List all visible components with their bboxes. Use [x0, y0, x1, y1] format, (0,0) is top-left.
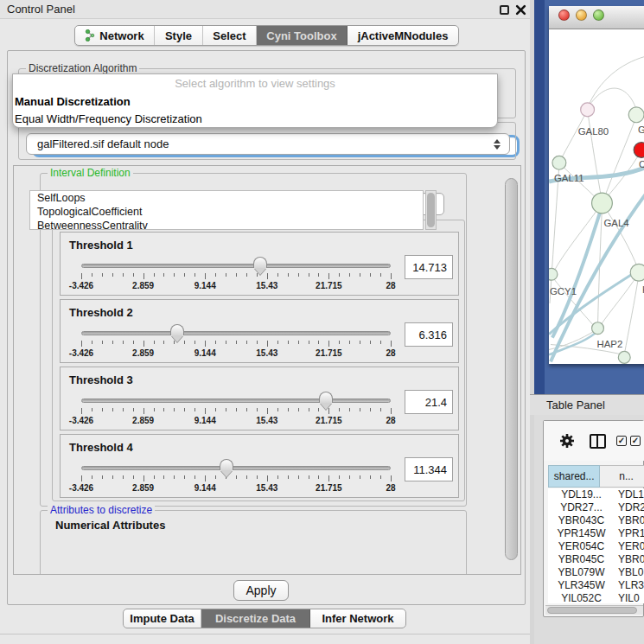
desktop-background: GAL80GACGAL11GAL4GCY1HHAP2: [534, 0, 644, 394]
slider-thumb[interactable]: [220, 459, 233, 477]
slider-track[interactable]: [81, 466, 391, 470]
threshold-value-field[interactable]: 21.4: [405, 390, 453, 414]
threshold-value-field[interactable]: 11.344: [405, 457, 453, 481]
tab-discretize-data[interactable]: Discretize Data: [201, 609, 310, 628]
slider-thumb[interactable]: [319, 392, 333, 410]
node-label: GAL11: [554, 173, 584, 183]
tab-label: jActiveMNodules: [358, 29, 449, 42]
gear-icon[interactable]: [559, 433, 575, 449]
threshold-slider[interactable]: -3.4262.8599.14415.4321.71528: [81, 393, 391, 428]
table-data-combobox[interactable]: galFiltered.sif default node: [26, 133, 510, 155]
table-row[interactable]: YDL19...YDL1: [548, 488, 644, 501]
slider-thumb[interactable]: [253, 257, 267, 275]
network-node[interactable]: [628, 107, 644, 123]
combo-arrows-icon: [494, 139, 501, 150]
network-node[interactable]: [581, 103, 595, 117]
table-row[interactable]: YIL052CYIL0: [548, 592, 644, 603]
table-row[interactable]: YPR145WYPR1: [548, 527, 644, 540]
table-row[interactable]: YBR043CYBR0: [548, 514, 644, 527]
threshold-value-field[interactable]: 6.316: [405, 322, 453, 347]
slider-tick-label: 9.144: [194, 416, 216, 425]
checkbox-icon[interactable]: ✓: [630, 436, 641, 446]
table-row[interactable]: YER054CYER0: [548, 540, 644, 553]
table-toolbar: ✓ ✓: [544, 421, 644, 461]
slider-tick-label: 15.43: [256, 348, 277, 358]
network-canvas[interactable]: GAL80GACGAL11GAL4GCY1HHAP2: [549, 29, 644, 364]
table-row[interactable]: YBR045CYBR0: [548, 553, 644, 566]
slider-tick-label: 9.144: [194, 281, 216, 290]
table-panel: ✓ ✓ shared... n... YDL19...YDL1YDR27...Y…: [543, 420, 644, 617]
network-node[interactable]: [634, 143, 644, 158]
tab-impute-data[interactable]: Impute Data: [124, 609, 201, 628]
table-hscrollbar[interactable]: [545, 605, 643, 615]
tab-infer-network[interactable]: Infer Network: [310, 609, 405, 628]
attributes-list-scrollbar[interactable]: [425, 190, 437, 230]
dropdown-hint: Select algorithm to view settings: [13, 77, 497, 90]
apply-button[interactable]: Apply: [233, 580, 289, 601]
slider-thumb[interactable]: [170, 324, 184, 342]
network-node[interactable]: [592, 322, 604, 335]
close-traffic-light[interactable]: [558, 10, 570, 21]
slider-track[interactable]: [81, 399, 391, 403]
network-view-window: GAL80GACGAL11GAL4GCY1HHAP2: [549, 6, 644, 364]
slider-track[interactable]: [81, 264, 391, 268]
slider-tick-label: 28: [386, 416, 395, 425]
column-header-shared-name[interactable]: shared...: [548, 465, 600, 488]
list-item[interactable]: SelfLoops: [30, 191, 423, 205]
table-row[interactable]: YDR27...YDR2: [548, 501, 644, 514]
numerical-attributes-label: Numerical Attributes: [55, 519, 165, 532]
float-window-icon[interactable]: [500, 5, 509, 15]
threshold-label: Threshold 4: [69, 441, 133, 454]
table-row[interactable]: YBL079WYBL0: [548, 566, 644, 579]
slider-tick-label: 9.144: [194, 483, 216, 493]
zoom-traffic-light[interactable]: [593, 10, 604, 21]
dropdown-item-manual-discretization[interactable]: Manual Discretization: [15, 93, 495, 111]
slider-tick-label: 15.43: [256, 483, 277, 493]
settings-scrollbar-thumb[interactable]: [505, 178, 518, 560]
tab-style[interactable]: Style: [155, 26, 203, 45]
slider-tick-label: -3.426: [69, 348, 93, 358]
tab-select[interactable]: Select: [203, 26, 257, 45]
slider-tick-label: 28: [386, 348, 395, 358]
bottom-tab-bar: Impute Data Discretize Data Infer Networ…: [123, 609, 406, 628]
close-icon[interactable]: [515, 4, 526, 16]
network-node[interactable]: [549, 268, 558, 280]
slider-tick-label: 21.715: [316, 281, 342, 290]
network-node[interactable]: [630, 264, 644, 281]
column-header-name[interactable]: n...: [600, 465, 644, 488]
tab-label: Select: [213, 29, 245, 42]
network-node[interactable]: [618, 351, 630, 363]
slider-tick-label: 21.715: [316, 483, 342, 493]
threshold-label: Threshold 2: [69, 306, 133, 319]
network-window-titlebar[interactable]: [549, 6, 644, 29]
tab-jactivemnodules[interactable]: jActiveMNodules: [348, 26, 458, 45]
threshold-value-field[interactable]: 14.713: [405, 255, 453, 279]
slider-tick-label: 9.144: [194, 348, 216, 358]
slider-track[interactable]: [81, 331, 391, 335]
table-row[interactable]: YLR345WYLR3: [548, 579, 644, 592]
table-panel-title: Table Panel: [546, 399, 605, 411]
table-header-row: shared... n...: [548, 465, 644, 488]
tab-cyni-toolbox[interactable]: Cyni Toolbox: [257, 26, 348, 45]
threshold-slider[interactable]: -3.4262.8599.14415.4321.71528: [81, 326, 391, 360]
split-table-icon[interactable]: [590, 434, 606, 449]
list-item[interactable]: BetweennessCentrality: [30, 219, 423, 230]
group-label: Discretization Algorithm: [26, 62, 139, 74]
minimize-traffic-light[interactable]: [576, 10, 587, 21]
threshold-panel: Threshold 4 -3.4262.8599.14415.4321.7152…: [60, 434, 459, 498]
tab-network[interactable]: Network: [75, 26, 155, 45]
checkbox-icon[interactable]: ✓: [616, 436, 627, 446]
thresholds-group: Threshold's Coordinates for 5 Intervals …: [52, 220, 465, 501]
cyni-panel: Discretization Algorithm Table Data galF…: [7, 50, 526, 605]
control-panel-titlebar: Control Panel: [0, 0, 533, 19]
network-node[interactable]: [552, 156, 566, 169]
tab-label: Network: [99, 29, 143, 42]
threshold-slider[interactable]: -3.4262.8599.14415.4321.71528: [81, 258, 391, 293]
network-icon: [85, 29, 95, 41]
network-node[interactable]: [592, 193, 613, 214]
list-item[interactable]: TopologicalCoefficient: [30, 205, 423, 219]
control-panel: Control Panel Network Style Select Cyni …: [0, 0, 533, 644]
threshold-slider[interactable]: -3.4262.8599.14415.4321.71528: [81, 461, 391, 495]
dropdown-item-equal-width-frequency[interactable]: Equal Width/Frequency Discretization: [15, 111, 495, 128]
threshold-panel: Threshold 3 -3.4262.8599.14415.4321.7152…: [60, 367, 459, 430]
